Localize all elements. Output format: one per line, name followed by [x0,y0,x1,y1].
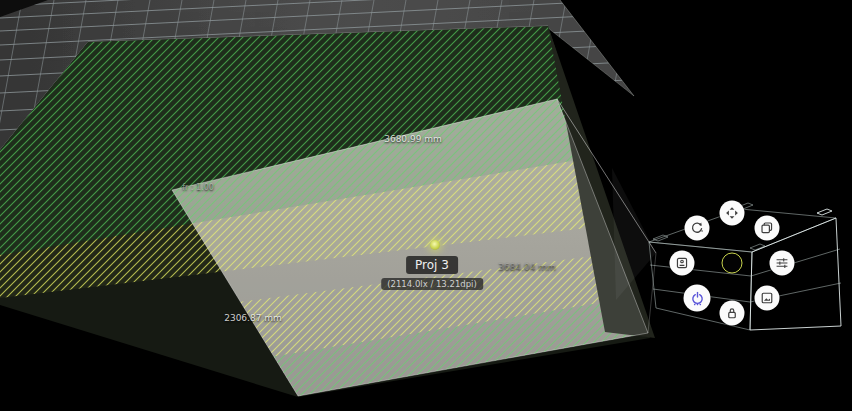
measurement-width-label: 3680.99 mm [384,134,442,144]
radial-button-rotate[interactable] [685,216,710,241]
sliders-icon [776,257,789,270]
projector-name-label[interactable]: Proj 3 [406,256,458,274]
lock-icon [726,307,739,320]
move-icon [726,207,739,220]
radial-button-properties[interactable] [770,251,795,276]
measurement-secondary-label: 3684.04 mm [498,262,556,272]
projector-stats-label: (2114.0lx / 13.21dpi) [381,278,483,290]
radial-menu-center-ring[interactable] [722,253,743,274]
radial-button-panel[interactable] [670,251,695,276]
duplicate-icon [761,222,774,235]
power-icon [690,291,704,305]
card-icon [676,257,689,270]
radial-button-output-image[interactable] [755,286,780,311]
throw-ratio-label: fr : 1.00 [182,183,214,192]
projector-target-marker[interactable] [430,240,440,250]
viewport-3d[interactable]: 3680.99 mm fr : 1.00 2306.87 mm 3684.04 … [0,0,852,411]
rotate-icon [691,222,704,235]
radial-button-move[interactable] [720,201,745,226]
image-icon [761,292,774,305]
radial-button-duplicate[interactable] [755,216,780,241]
radial-button-power[interactable] [684,285,711,312]
measurement-height-label: 2306.87 mm [224,313,282,323]
radial-button-lock[interactable] [720,301,745,326]
